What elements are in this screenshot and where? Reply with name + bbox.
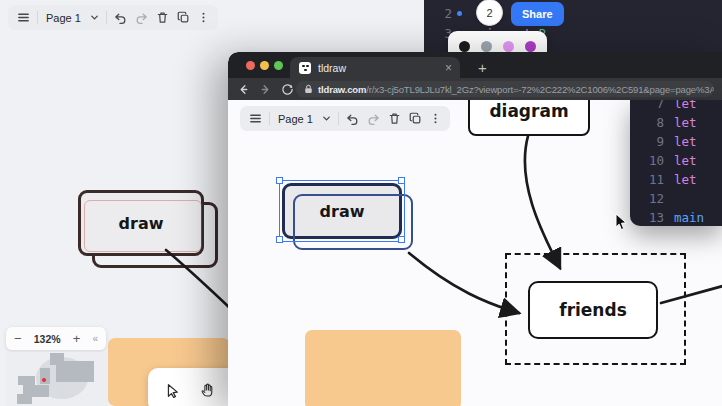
zoom-out-button[interactable]: −: [14, 332, 22, 345]
forward-icon[interactable]: [259, 83, 272, 96]
selection-handle-se[interactable]: [398, 236, 405, 243]
share-button[interactable]: Share: [511, 2, 564, 26]
line-number: 2: [424, 4, 452, 23]
tab-title: tldraw: [318, 62, 445, 74]
selection-outline: [279, 180, 405, 242]
color-swatch-black[interactable]: [459, 41, 470, 52]
hand-tool-button[interactable]: [194, 377, 220, 403]
tldraw-favicon-icon: [299, 62, 311, 74]
minimap[interactable]: [6, 352, 108, 406]
selection-handle-nw[interactable]: [276, 177, 283, 184]
arrow-draw-to-friends[interactable]: [409, 253, 519, 313]
back-icon[interactable]: [237, 83, 250, 96]
url-path: /r/x3-cj5oTL9LJLu7kl_2Gz?viewport=-72%2C…: [366, 84, 714, 95]
address-field[interactable]: tldraw.com/r/x3-cj5oTL9LJLu7kl_2Gz?viewp…: [296, 81, 714, 97]
selection-handle-sw[interactable]: [276, 236, 283, 243]
new-tab-button[interactable]: +: [472, 57, 493, 78]
minimap-shape: [17, 394, 32, 404]
browser-tab[interactable]: tldraw ×: [290, 57, 460, 78]
minimize-window-button[interactable]: [260, 61, 269, 70]
code-editor-top-fragment: 2 3 import R 2 Share: [424, 0, 722, 53]
zoom-level[interactable]: 132%: [34, 333, 61, 345]
select-tool-button[interactable]: [159, 377, 185, 403]
zoom-panel: − 132% + «: [6, 327, 106, 350]
collapse-minimap-button[interactable]: «: [92, 333, 98, 344]
reload-icon[interactable]: [281, 83, 294, 96]
code-function: main: [674, 208, 704, 226]
maximize-window-button[interactable]: [274, 61, 283, 70]
friends-node[interactable]: friends: [528, 281, 658, 339]
line-number: 10: [630, 151, 664, 170]
diagram-label: diagram: [470, 100, 588, 134]
lock-icon: [304, 84, 313, 94]
line-number: 9: [630, 132, 664, 151]
color-swatch-violet[interactable]: [503, 41, 514, 52]
mouse-cursor: [615, 213, 629, 231]
collaborator-dot: [457, 11, 462, 16]
code-keyword: let: [674, 151, 697, 170]
minimap-shape: [18, 376, 35, 385]
url-domain: tldraw.com: [318, 84, 366, 95]
line-number: 8: [630, 113, 664, 132]
browser-tab-bar: tldraw × +: [228, 52, 722, 78]
color-swatch-purple[interactable]: [525, 41, 536, 52]
minimap-shape: [56, 361, 94, 382]
selection-handle-ne[interactable]: [398, 177, 405, 184]
screen: Page 1 draw − 132% + «: [0, 0, 722, 406]
diagram-node[interactable]: diagram: [468, 100, 590, 136]
collaborator-avatar[interactable]: 2: [476, 0, 503, 26]
arrow-diagram-to-friends[interactable]: [525, 136, 560, 268]
line-number: 7: [630, 100, 664, 113]
zoom-in-button[interactable]: +: [73, 332, 81, 345]
line-number: 13: [630, 208, 664, 226]
line-friends-to-right[interactable]: [661, 286, 722, 303]
code-editor-panel: 7let 8let 9let 10let 11let 12 13main: [630, 100, 722, 226]
line-number: 12: [630, 189, 664, 208]
code-keyword: let: [674, 100, 697, 113]
line-number: 11: [630, 170, 664, 189]
code-keyword: let: [674, 132, 697, 151]
browser-url-bar: tldraw.com/r/x3-cj5oTL9LJLu7kl_2Gz?viewp…: [228, 78, 722, 100]
style-panel: [448, 31, 547, 53]
url-text: tldraw.com/r/x3-cj5oTL9LJLu7kl_2Gz?viewp…: [318, 84, 714, 95]
minimap-viewport-dot: [42, 378, 46, 382]
friends-label: friends: [530, 283, 656, 337]
code-line: 2: [424, 4, 722, 23]
code-keyword: let: [674, 170, 697, 189]
close-window-button[interactable]: [246, 61, 255, 70]
color-swatch-grey[interactable]: [481, 41, 492, 52]
close-tab-icon[interactable]: ×: [445, 61, 460, 75]
code-keyword: let: [674, 113, 697, 132]
